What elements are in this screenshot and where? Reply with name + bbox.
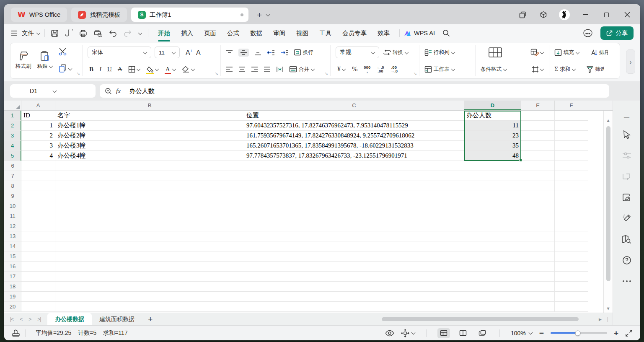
main-menu-icon[interactable] xyxy=(11,30,18,36)
cell-D19[interactable] xyxy=(464,292,521,302)
cell-E11[interactable] xyxy=(521,211,555,221)
cell-B16[interactable] xyxy=(55,262,244,272)
clipboard-dialog-launcher-icon[interactable]: ↘ xyxy=(77,71,80,76)
sheet-tab-建筑面积数据[interactable]: 建筑面积数据 xyxy=(92,313,142,326)
column-header-A[interactable]: A xyxy=(21,101,55,110)
cell-E9[interactable] xyxy=(521,191,555,201)
cell-C20[interactable] xyxy=(244,302,464,312)
cell-E6[interactable] xyxy=(521,161,555,171)
app-cube-icon[interactable] xyxy=(538,9,549,20)
cell-D15[interactable] xyxy=(464,251,521,262)
cell-D14[interactable] xyxy=(464,241,521,251)
prev-sheet-icon[interactable]: < xyxy=(20,316,22,322)
cell-D8[interactable] xyxy=(464,181,521,191)
cell-E4[interactable] xyxy=(521,141,555,151)
docer-panel-icon[interactable] xyxy=(613,187,640,208)
fill-button[interactable]: 填充 xyxy=(554,49,579,56)
cell-F11[interactable] xyxy=(555,211,588,221)
cell-A15[interactable] xyxy=(21,251,55,262)
cell-F18[interactable] xyxy=(555,282,588,292)
tab-list-chevron-icon[interactable] xyxy=(266,13,270,17)
percent-button[interactable]: % xyxy=(352,65,357,73)
row-header-5[interactable]: 5 xyxy=(4,151,21,161)
font-size-select[interactable]: 11 xyxy=(155,47,180,58)
feedback-icon[interactable] xyxy=(583,29,593,37)
text-orientation-icon[interactable] xyxy=(276,66,284,73)
cell-C16[interactable] xyxy=(244,262,464,272)
vertical-scrollbar[interactable]: —▲▼ xyxy=(603,111,613,313)
row-header-4[interactable]: 4 xyxy=(4,141,21,151)
cell-A18[interactable] xyxy=(21,282,55,292)
cell-D2[interactable]: 11 xyxy=(464,121,521,131)
italic-button[interactable]: I xyxy=(99,66,101,73)
cell-C19[interactable] xyxy=(244,292,464,302)
cell-A7[interactable] xyxy=(21,171,55,181)
align-right-icon[interactable] xyxy=(251,66,258,72)
sum-button[interactable]: Σ 求和 xyxy=(554,65,576,73)
close-button[interactable] xyxy=(622,9,633,20)
locate-button[interactable] xyxy=(401,329,415,337)
row-header-15[interactable]: 15 xyxy=(4,251,21,262)
cell-A8[interactable] xyxy=(21,181,55,191)
zoom-out-button[interactable]: − xyxy=(539,329,544,337)
alignment-dialog-launcher-icon[interactable]: ↘ xyxy=(325,71,328,76)
column-header-B[interactable]: B xyxy=(55,101,244,110)
cell-D18[interactable] xyxy=(464,282,521,292)
menu-tab-审阅[interactable]: 审阅 xyxy=(268,24,291,42)
filter-button[interactable]: 筛选 xyxy=(587,66,604,73)
row-header-14[interactable]: 14 xyxy=(4,241,21,251)
row-header-17[interactable]: 17 xyxy=(4,272,21,282)
cell-B9[interactable] xyxy=(55,191,244,201)
stamp-icon[interactable] xyxy=(12,329,20,337)
cell-B20[interactable] xyxy=(55,302,244,312)
cell-E15[interactable] xyxy=(521,251,555,262)
cell-E12[interactable] xyxy=(521,221,555,231)
scroll-right-icon[interactable]: ▶ xyxy=(599,317,602,321)
user-avatar[interactable] xyxy=(559,9,570,20)
cell-D6[interactable] xyxy=(464,161,521,171)
cell-A10[interactable] xyxy=(21,201,55,211)
cell-A14[interactable] xyxy=(21,241,55,251)
bold-button[interactable]: B xyxy=(89,66,93,73)
cell-E13[interactable] xyxy=(521,231,555,241)
ribbon-expand-button[interactable]: › xyxy=(626,49,635,74)
zoom-slider-knob[interactable] xyxy=(575,330,580,336)
last-sheet-icon[interactable]: >| xyxy=(37,316,41,322)
cell-B5[interactable]: 办公楼4幢 xyxy=(55,151,244,161)
cell-A17[interactable] xyxy=(21,272,55,282)
formula-input[interactable]: fx 办公人数 xyxy=(100,84,609,98)
cell-F6[interactable] xyxy=(555,161,588,171)
menu-tab-会员专享[interactable]: 会员专享 xyxy=(337,24,372,42)
cell-F13[interactable] xyxy=(555,231,588,241)
cell-A12[interactable] xyxy=(21,221,55,231)
cell-A3[interactable]: 2 xyxy=(21,131,55,141)
file-menu[interactable]: 文件 xyxy=(22,29,34,37)
menu-tab-页面[interactable]: 页面 xyxy=(199,24,222,42)
cell-B2[interactable]: 办公楼1幢 xyxy=(55,121,244,131)
thousands-separator-button[interactable]: 000, xyxy=(364,65,370,73)
align-bottom-icon[interactable] xyxy=(254,49,261,56)
cell-A11[interactable] xyxy=(21,211,55,221)
cell-D10[interactable] xyxy=(464,201,521,211)
column-header-C[interactable]: C xyxy=(244,101,464,110)
row-header-18[interactable]: 18 xyxy=(4,282,21,292)
undo-icon[interactable] xyxy=(109,30,117,37)
row-header-13[interactable]: 13 xyxy=(4,231,21,241)
row-header-20[interactable]: 20 xyxy=(4,302,21,312)
increase-decimal-button[interactable]: ←.0.00 xyxy=(377,65,384,73)
sidebar-collapse-handle[interactable]: — xyxy=(613,110,640,124)
cell-A5[interactable]: 4 xyxy=(21,151,55,161)
cell-E1[interactable] xyxy=(521,111,555,121)
export-icon[interactable] xyxy=(65,29,72,37)
cell-B10[interactable] xyxy=(55,201,244,211)
cell-C3[interactable]: 161.75935679674149, 17.824276330848924, … xyxy=(244,131,464,141)
justify-icon[interactable] xyxy=(264,66,271,72)
cell-C1[interactable]: 位置 xyxy=(244,111,464,121)
multi-window-icon[interactable] xyxy=(517,9,528,20)
borders-button[interactable] xyxy=(128,66,140,73)
cell-B6[interactable] xyxy=(55,161,244,171)
cell-A20[interactable] xyxy=(21,302,55,312)
search-icon[interactable] xyxy=(442,29,450,37)
increase-indent-icon[interactable] xyxy=(280,49,288,56)
cell-E17[interactable] xyxy=(521,272,555,282)
